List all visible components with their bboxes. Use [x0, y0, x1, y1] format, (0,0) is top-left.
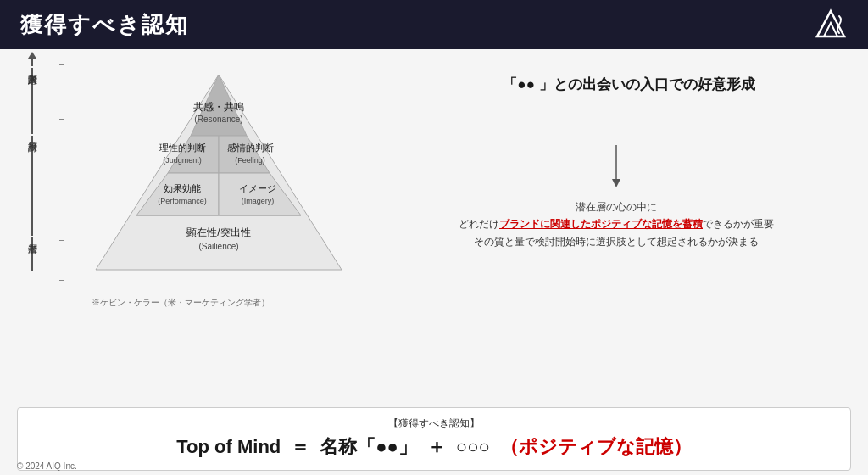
page-title: 獲得すべき認知 — [20, 10, 189, 40]
annotation-line2: どれだけブランドに関連したポジティブな記憶を蓄積できるかが重要 — [381, 215, 851, 232]
annotation-area: 「●● 」との出会いの入口での好意形成 潜在層の心の中に どれだけブランドに関連… — [381, 58, 851, 402]
svg-text:感情的判断: 感情的判断 — [227, 142, 274, 153]
formula-equals: ＝ — [291, 434, 309, 460]
annotation-line2-plain2: できるかが重要 — [703, 218, 774, 230]
pyramid-note: ※ケビン・ケラー（米・マーケティング学者） — [92, 297, 346, 309]
formula-top-of-mind: Top of Mind — [176, 436, 281, 458]
svg-text:(Feeling): (Feeling) — [235, 156, 265, 165]
svg-text:効果効能: 効果効能 — [164, 183, 201, 193]
annotation-line3: その質と量で検討開始時に選択肢として想起されるかが決まる — [381, 233, 851, 250]
header: 獲得すべき認知 — [0, 0, 868, 49]
annotation-line2-red: ブランドに関連したポジティブな記憶を蓄積 — [499, 218, 703, 230]
annotation-middle-text: 潜在層の心の中に どれだけブランドに関連したポジティブな記憶を蓄積できるかが重要… — [381, 198, 851, 250]
svg-text:(Performance): (Performance) — [158, 197, 207, 205]
axis-label-consideration: 検討層 — [25, 134, 41, 136]
pyramid-container: 共感・共鳴 (Resonance) 理性的判断 (Judgment) 感情的判断… — [64, 58, 373, 309]
svg-text:共感・共鳴: 共感・共鳴 — [193, 101, 244, 113]
annotation-arrow-icon — [548, 145, 684, 192]
formula-name: 名称「●●」 — [320, 434, 417, 460]
aiq-logo-icon — [814, 8, 848, 42]
formula-plus: ＋ — [427, 434, 446, 460]
svg-text:(Judgment): (Judgment) — [163, 156, 202, 165]
pyramid-svg: 共感・共鳴 (Resonance) 理性的判断 (Judgment) 感情的判断… — [92, 66, 346, 295]
formula-positive-memory: （ポジティブな記憶） — [500, 434, 692, 460]
svg-text:(Imagery): (Imagery) — [242, 197, 275, 205]
svg-text:イメージ: イメージ — [239, 183, 276, 193]
pyramid-area: 購入意向層 検討層 潜在層 — [17, 58, 373, 402]
footer-copyright: © 2024 AIQ Inc. — [17, 461, 77, 471]
axis-label-purchase: 購入意向層 — [25, 66, 41, 68]
annotation-top-text: 「●● 」との出会いの入口での好意形成 — [407, 75, 851, 94]
top-section: 購入意向層 検討層 潜在層 — [17, 58, 851, 402]
svg-text:(Sailience): (Sailience) — [198, 242, 238, 251]
svg-text:顕在性/突出性: 顕在性/突出性 — [186, 226, 250, 238]
main-content: 購入意向層 検討層 潜在層 — [0, 49, 868, 475]
bottom-formula-box: 【獲得すべき認知】 Top of Mind ＝ 名称「●●」 ＋ ○○○ （ポジ… — [17, 407, 851, 471]
axis-label-latent: 潜在層 — [25, 236, 41, 238]
annotation-line1: 潜在層の心の中に — [381, 198, 851, 215]
bottom-formula: Top of Mind ＝ 名称「●●」 ＋ ○○○ （ポジティブな記憶） — [35, 434, 833, 460]
svg-text:(Resonance): (Resonance) — [194, 115, 242, 124]
svg-marker-26 — [612, 179, 620, 187]
svg-text:理性的判断: 理性的判断 — [159, 142, 206, 153]
formula-circles: ○○○ — [456, 436, 490, 458]
bottom-label: 【獲得すべき認知】 — [35, 416, 833, 431]
annotation-line2-plain1: どれだけ — [459, 218, 499, 230]
